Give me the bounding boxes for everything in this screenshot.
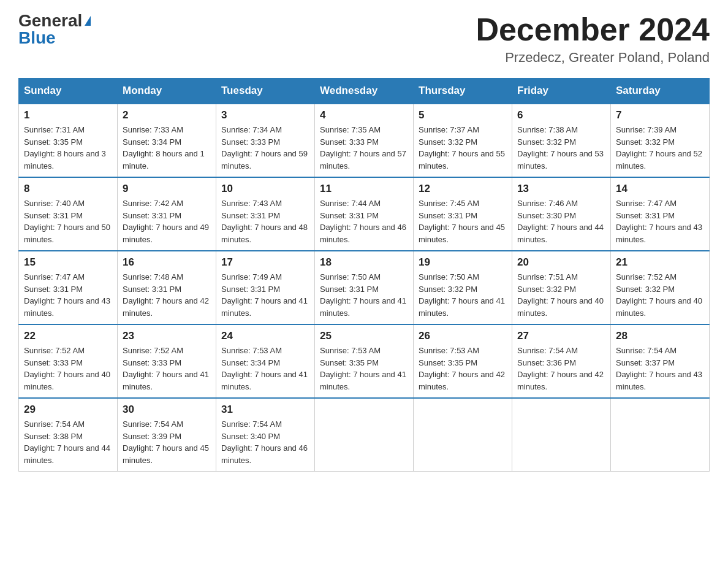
header-friday: Friday: [512, 79, 611, 104]
day-info: Sunrise: 7:54 AMSunset: 3:37 PMDaylight:…: [616, 346, 702, 391]
day-info: Sunrise: 7:42 AMSunset: 3:31 PMDaylight:…: [123, 199, 209, 244]
logo-triangle-icon: [85, 16, 91, 26]
day-info: Sunrise: 7:45 AMSunset: 3:31 PMDaylight:…: [419, 199, 505, 244]
day-info: Sunrise: 7:49 AMSunset: 3:31 PMDaylight:…: [221, 272, 308, 318]
day-number: 2: [123, 109, 211, 121]
calendar-cell: 23 Sunrise: 7:52 AMSunset: 3:33 PMDaylig…: [118, 324, 216, 398]
day-number: 22: [24, 330, 112, 342]
calendar-cell: 19 Sunrise: 7:50 AMSunset: 3:32 PMDaylig…: [414, 251, 512, 324]
day-number: 6: [517, 109, 605, 121]
day-info: Sunrise: 7:43 AMSunset: 3:31 PMDaylight:…: [221, 199, 308, 244]
calendar-cell: 28 Sunrise: 7:54 AMSunset: 3:37 PMDaylig…: [611, 324, 710, 398]
day-number: 28: [616, 330, 704, 342]
calendar-cell: 18 Sunrise: 7:50 AMSunset: 3:31 PMDaylig…: [315, 251, 414, 324]
calendar-week-row: 22 Sunrise: 7:52 AMSunset: 3:33 PMDaylig…: [19, 324, 710, 398]
logo-blue-text: Blue: [18, 29, 56, 47]
day-info: Sunrise: 7:40 AMSunset: 3:31 PMDaylight:…: [24, 199, 110, 244]
day-info: Sunrise: 7:47 AMSunset: 3:31 PMDaylight:…: [24, 272, 110, 318]
calendar-cell: 20 Sunrise: 7:51 AMSunset: 3:32 PMDaylig…: [512, 251, 611, 324]
day-number: 18: [320, 256, 408, 269]
calendar-cell: 21 Sunrise: 7:52 AMSunset: 3:32 PMDaylig…: [611, 251, 710, 324]
day-info: Sunrise: 7:54 AMSunset: 3:39 PMDaylight:…: [123, 419, 209, 465]
day-number: 15: [24, 256, 112, 269]
day-number: 17: [221, 256, 309, 269]
calendar-cell: [611, 398, 710, 472]
calendar-cell: 16 Sunrise: 7:48 AMSunset: 3:31 PMDaylig…: [118, 251, 216, 324]
day-number: 16: [123, 256, 211, 269]
day-info: Sunrise: 7:54 AMSunset: 3:36 PMDaylight:…: [517, 346, 604, 391]
day-number: 20: [517, 256, 605, 269]
page-header: General Blue December 2024 Przedecz, Gre…: [18, 12, 710, 66]
day-info: Sunrise: 7:31 AMSunset: 3:35 PMDaylight:…: [24, 125, 106, 170]
day-number: 21: [616, 256, 704, 269]
day-info: Sunrise: 7:44 AMSunset: 3:31 PMDaylight:…: [320, 199, 406, 244]
day-number: 27: [517, 330, 605, 342]
calendar-cell: 10 Sunrise: 7:43 AMSunset: 3:31 PMDaylig…: [216, 177, 315, 251]
day-info: Sunrise: 7:38 AMSunset: 3:32 PMDaylight:…: [517, 125, 604, 170]
header-wednesday: Wednesday: [315, 79, 414, 104]
calendar-cell: 25 Sunrise: 7:53 AMSunset: 3:35 PMDaylig…: [315, 324, 414, 398]
calendar-cell: [512, 398, 611, 472]
day-number: 5: [419, 109, 507, 121]
calendar-cell: 15 Sunrise: 7:47 AMSunset: 3:31 PMDaylig…: [19, 251, 118, 324]
day-info: Sunrise: 7:52 AMSunset: 3:33 PMDaylight:…: [123, 346, 209, 391]
calendar-cell: 24 Sunrise: 7:53 AMSunset: 3:34 PMDaylig…: [216, 324, 315, 398]
day-info: Sunrise: 7:33 AMSunset: 3:34 PMDaylight:…: [123, 125, 205, 170]
day-number: 12: [419, 183, 507, 195]
calendar-cell: 31 Sunrise: 7:54 AMSunset: 3:40 PMDaylig…: [216, 398, 315, 472]
day-info: Sunrise: 7:53 AMSunset: 3:35 PMDaylight:…: [419, 346, 505, 391]
title-block: December 2024 Przedecz, Greater Poland, …: [476, 12, 710, 66]
calendar-cell: 11 Sunrise: 7:44 AMSunset: 3:31 PMDaylig…: [315, 177, 414, 251]
calendar-cell: 30 Sunrise: 7:54 AMSunset: 3:39 PMDaylig…: [118, 398, 216, 472]
calendar-cell: 7 Sunrise: 7:39 AMSunset: 3:32 PMDayligh…: [611, 104, 710, 177]
day-number: 29: [24, 404, 112, 416]
calendar-week-row: 15 Sunrise: 7:47 AMSunset: 3:31 PMDaylig…: [19, 251, 710, 324]
calendar-cell: 6 Sunrise: 7:38 AMSunset: 3:32 PMDayligh…: [512, 104, 611, 177]
calendar-table: SundayMondayTuesdayWednesdayThursdayFrid…: [18, 78, 710, 472]
day-number: 3: [221, 109, 309, 121]
header-sunday: Sunday: [19, 79, 118, 104]
calendar-cell: 26 Sunrise: 7:53 AMSunset: 3:35 PMDaylig…: [414, 324, 512, 398]
calendar-cell: 5 Sunrise: 7:37 AMSunset: 3:32 PMDayligh…: [414, 104, 512, 177]
month-title: December 2024: [476, 12, 710, 47]
header-tuesday: Tuesday: [216, 79, 315, 104]
day-info: Sunrise: 7:46 AMSunset: 3:30 PMDaylight:…: [517, 199, 604, 244]
logo: General Blue: [18, 12, 91, 47]
day-number: 4: [320, 109, 408, 121]
calendar-cell: 4 Sunrise: 7:35 AMSunset: 3:33 PMDayligh…: [315, 104, 414, 177]
calendar-cell: 14 Sunrise: 7:47 AMSunset: 3:31 PMDaylig…: [611, 177, 710, 251]
day-info: Sunrise: 7:54 AMSunset: 3:40 PMDaylight:…: [221, 419, 308, 465]
calendar-cell: 3 Sunrise: 7:34 AMSunset: 3:33 PMDayligh…: [216, 104, 315, 177]
calendar-cell: 9 Sunrise: 7:42 AMSunset: 3:31 PMDayligh…: [118, 177, 216, 251]
day-number: 7: [616, 109, 704, 121]
logo-general-text: General: [18, 12, 82, 29]
day-info: Sunrise: 7:52 AMSunset: 3:32 PMDaylight:…: [616, 272, 702, 318]
day-info: Sunrise: 7:35 AMSunset: 3:33 PMDaylight:…: [320, 125, 406, 170]
day-info: Sunrise: 7:54 AMSunset: 3:38 PMDaylight:…: [24, 419, 110, 465]
header-monday: Monday: [118, 79, 216, 104]
day-number: 24: [221, 330, 309, 342]
day-number: 31: [221, 404, 309, 416]
day-number: 13: [517, 183, 605, 195]
day-number: 14: [616, 183, 704, 195]
calendar-cell: 27 Sunrise: 7:54 AMSunset: 3:36 PMDaylig…: [512, 324, 611, 398]
day-number: 30: [123, 404, 211, 416]
day-number: 25: [320, 330, 408, 342]
day-number: 26: [419, 330, 507, 342]
calendar-cell: 29 Sunrise: 7:54 AMSunset: 3:38 PMDaylig…: [19, 398, 118, 472]
day-info: Sunrise: 7:34 AMSunset: 3:33 PMDaylight:…: [221, 125, 308, 170]
calendar-cell: 12 Sunrise: 7:45 AMSunset: 3:31 PMDaylig…: [414, 177, 512, 251]
day-number: 11: [320, 183, 408, 195]
day-number: 19: [419, 256, 507, 269]
day-number: 23: [123, 330, 211, 342]
calendar-cell: 1 Sunrise: 7:31 AMSunset: 3:35 PMDayligh…: [19, 104, 118, 177]
calendar-cell: 13 Sunrise: 7:46 AMSunset: 3:30 PMDaylig…: [512, 177, 611, 251]
day-info: Sunrise: 7:39 AMSunset: 3:32 PMDaylight:…: [616, 125, 702, 170]
day-number: 1: [24, 109, 112, 121]
day-info: Sunrise: 7:37 AMSunset: 3:32 PMDaylight:…: [419, 125, 505, 170]
day-info: Sunrise: 7:53 AMSunset: 3:34 PMDaylight:…: [221, 346, 308, 391]
calendar-cell: [315, 398, 414, 472]
header-saturday: Saturday: [611, 79, 710, 104]
day-number: 9: [123, 183, 211, 195]
calendar-cell: 2 Sunrise: 7:33 AMSunset: 3:34 PMDayligh…: [118, 104, 216, 177]
